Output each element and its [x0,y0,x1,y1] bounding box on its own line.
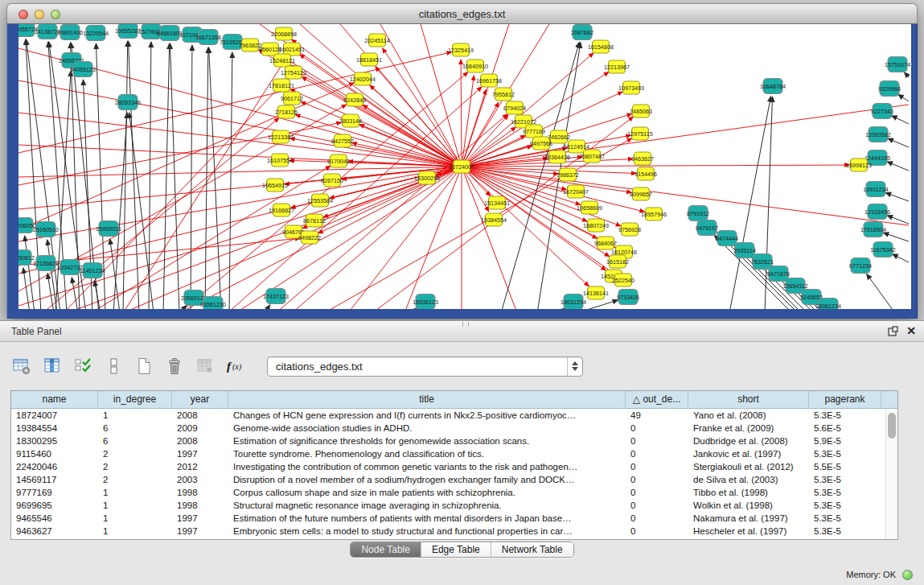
black-edge[interactable] [94,281,101,309]
black-edge[interactable] [47,274,54,309]
black-edge[interactable] [209,47,221,309]
network-node[interactable]: 16648784 [760,79,786,94]
network-node[interactable]: 12325419 [448,43,474,56]
network-node[interactable]: 2803144 [339,114,362,127]
network-node[interactable]: 11675342 [870,242,895,257]
network-node[interactable]: 19166827 [269,204,294,216]
black-edge[interactable] [72,278,78,309]
network-node[interactable]: 18807249 [583,219,609,232]
network-node[interactable]: 17437123 [263,289,289,304]
network-node[interactable]: 7485063 [630,105,652,117]
network-node[interactable]: 15751074 [885,57,910,72]
black-edge[interactable] [888,138,909,147]
black-edge[interactable] [163,43,170,309]
red-edge[interactable] [461,60,462,167]
table-row[interactable]: 2242004622012Investigating the contribut… [11,460,885,473]
black-edge[interactable] [559,308,565,309]
network-node[interactable]: 9242843 [343,93,366,106]
network-node[interactable]: 2522540 [612,274,634,286]
network-node[interactable]: 7986372 [556,168,579,181]
network-node[interactable]: 12402044 [350,72,376,85]
network-node[interactable]: 9474444 [716,231,738,246]
black-edge[interactable] [887,216,909,224]
network-node[interactable]: 15959031 [96,221,121,237]
black-edge[interactable] [411,308,417,309]
network-node[interactable]: 2087662 [571,25,593,40]
network-node[interactable]: 9777169 [523,125,545,138]
tab-node-table[interactable]: Node Table [351,542,421,557]
network-node[interactable]: 7963822 [239,39,261,51]
network-node[interactable]: 25160510 [33,222,59,237]
black-edge[interactable] [179,305,187,309]
network-node[interactable]: 12975115 [627,127,652,140]
network-node[interactable]: 10658609 [577,201,602,214]
black-edge[interactable] [905,72,909,77]
network-node[interactable]: 17016504 [860,222,886,237]
network-node[interactable]: 9154496 [634,167,657,180]
network-table-select[interactable]: citations_edges.txt [267,356,583,377]
network-canvas[interactable]: 2405572414138724208914061322054410655287… [18,24,911,309]
table-panel-header[interactable]: Table Panel ✕ [0,321,924,342]
black-edge[interactable] [893,254,909,262]
network-node[interactable]: 20245114 [364,34,389,47]
table-row[interactable]: 946554611997Estimation of the future num… [11,512,885,525]
network-node[interactable]: 14136141 [583,286,609,299]
vertical-scrollbar[interactable] [885,409,897,539]
network-node[interactable]: 16961758 [476,74,502,87]
black-edge[interactable] [892,116,909,124]
network-node[interactable]: 12754123 [281,66,306,79]
network-node[interactable]: 12213967 [604,60,630,73]
black-edge[interactable] [25,236,35,309]
network-node[interactable]: 9733426 [617,290,639,305]
red-edge[interactable] [462,76,474,167]
network-node[interactable]: 94055123 [70,62,96,77]
row-tools-icon[interactable] [103,356,124,377]
select-column-icon[interactable] [42,356,63,377]
network-node[interactable]: 10655287 [115,24,141,39]
black-edge[interactable] [265,305,270,309]
black-edge[interactable] [885,192,909,201]
column-header-name[interactable]: name [11,391,98,408]
network-node[interactable]: 8791912 [687,206,709,221]
network-node[interactable]: 16936123 [413,295,438,310]
create-table-icon[interactable] [133,356,154,377]
float-panel-icon[interactable] [888,326,898,336]
black-edge[interactable] [191,45,192,309]
scrollbar-thumb[interactable] [888,413,896,439]
function-builder-icon[interactable]: f(x) [225,356,246,377]
column-header-short[interactable]: short [688,391,809,408]
network-node[interactable]: 18850612 [18,250,35,266]
close-panel-icon[interactable]: ✕ [906,325,916,336]
network-node[interactable]: 6771234 [849,258,872,274]
network-node[interactable]: 13220544 [83,26,109,41]
table-row[interactable]: 969969511998Structural magnetic resonanc… [11,499,885,512]
column-header-title[interactable]: title [228,391,626,408]
red-edge[interactable] [462,167,589,286]
network-node[interactable]: 18818451 [356,53,382,66]
black-edge[interactable] [149,42,151,309]
network-node[interactable]: 9498222 [298,231,321,244]
network-node[interactable]: 8267150 [321,174,343,187]
network-node[interactable]: 8678132 [303,214,326,227]
black-edge[interactable] [129,41,139,309]
network-node[interactable]: 7955812 [492,88,515,101]
citation-network-graph[interactable]: 2405572414138724208914061322054410655287… [18,24,911,309]
network-node[interactable]: 16107554 [267,154,293,167]
table-row[interactable]: 1872400712008Changes of HCN gene express… [11,409,885,422]
column-header-out_de[interactable]: △ out_de... [626,391,688,408]
network-node[interactable]: 20891406 [57,25,83,40]
window-titlebar[interactable]: citations_edges.txt [6,3,918,24]
network-node[interactable]: 12042737 [57,260,83,275]
red-edge[interactable] [462,165,849,167]
network-node[interactable]: 7462662 [548,130,570,143]
network-node[interactable]: 2935114 [733,243,755,258]
network-node[interactable]: 16640910 [462,60,488,72]
black-edge[interactable] [887,162,909,171]
network-node[interactable]: 22068898 [271,27,297,40]
red-edge[interactable] [462,167,631,192]
red-edge[interactable] [290,65,462,167]
column-header-year[interactable]: year [172,391,228,408]
network-node[interactable]: 8427552 [331,134,354,147]
black-edge[interactable] [123,41,128,309]
show-columns-icon[interactable] [72,356,93,377]
